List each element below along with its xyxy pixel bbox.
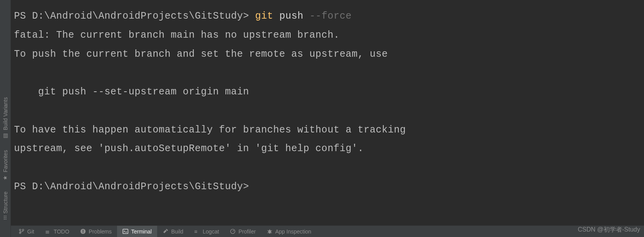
sidebar-tab-label: Favorites: [2, 150, 9, 173]
tool-tab-label: Terminal: [131, 228, 152, 235]
bug-icon: [267, 228, 273, 234]
svg-rect-5: [83, 232, 84, 233]
tool-tab-label: TODO: [54, 228, 69, 235]
svg-point-0: [19, 229, 21, 231]
tool-tab-profiler[interactable]: Profiler: [224, 226, 261, 237]
warning-icon: [80, 228, 86, 234]
tool-tab-label: Git: [27, 228, 34, 235]
output-line: upstream, see 'push.autoSetupRemote' in …: [14, 143, 364, 154]
tool-tab-build[interactable]: Build: [157, 226, 189, 237]
sidebar-tab-build-variants[interactable]: ▤ Build Variants: [0, 92, 10, 144]
output-line: To have this happen automatically for br…: [14, 124, 406, 136]
git-branch-icon: [19, 228, 24, 234]
bottom-tool-bar: Git ≣ TODO Problems Terminal Build ≡ Log…: [11, 225, 644, 237]
tool-tab-label: Profiler: [238, 228, 256, 235]
tool-tab-terminal[interactable]: Terminal: [117, 226, 157, 237]
star-icon: ★: [2, 174, 9, 181]
tool-tab-label: App Inspection: [275, 228, 312, 235]
tool-tab-label: Build: [171, 228, 183, 235]
profiler-icon: [230, 228, 236, 234]
output-line: fatal: The current branch main has no up…: [14, 30, 340, 41]
build-variants-icon: ▤: [2, 133, 9, 139]
svg-rect-6: [123, 229, 128, 234]
sidebar-tab-label: Structure: [2, 192, 9, 214]
svg-point-8: [268, 230, 271, 234]
tool-tab-logcat[interactable]: ≡ Logcat: [189, 226, 224, 237]
output-line: git push --set-upstream origin main: [14, 86, 249, 98]
prompt-text: PS D:\Android\AndroidProjects\GitStudy>: [14, 10, 255, 22]
tool-tab-todo[interactable]: ≣ TODO: [40, 226, 75, 237]
sidebar-tab-favorites[interactable]: ★ Favorites: [0, 145, 10, 186]
tool-tab-problems[interactable]: Problems: [75, 226, 117, 237]
tool-tab-app-inspection[interactable]: App Inspection: [261, 226, 317, 237]
command-git: git: [255, 10, 273, 22]
svg-point-2: [22, 229, 24, 231]
svg-rect-4: [83, 230, 84, 232]
structure-icon: ⠿: [4, 215, 7, 221]
sidebar-tab-structure[interactable]: ⠿ Structure: [0, 186, 10, 225]
terminal-icon: [122, 228, 128, 234]
left-tool-sidebar: ▤ Build Variants ★ Favorites ⠿ Structure: [0, 0, 11, 237]
tool-tab-label: Logcat: [203, 228, 219, 235]
list-icon: ≣: [45, 228, 51, 234]
command-flag: --force: [310, 10, 352, 22]
tool-tab-git[interactable]: Git: [13, 226, 40, 237]
prompt-text: PS D:\Android\AndroidProjects\GitStudy>: [14, 181, 249, 192]
logcat-icon: ≡: [194, 228, 200, 234]
command-push: push: [273, 10, 310, 22]
hammer-icon: [163, 228, 168, 234]
output-line: To push the current branch and set the r…: [14, 49, 388, 60]
terminal-output[interactable]: PS D:\Android\AndroidProjects\GitStudy> …: [11, 0, 644, 225]
sidebar-tab-label: Build Variants: [2, 97, 9, 130]
tool-tab-label: Problems: [89, 228, 112, 235]
